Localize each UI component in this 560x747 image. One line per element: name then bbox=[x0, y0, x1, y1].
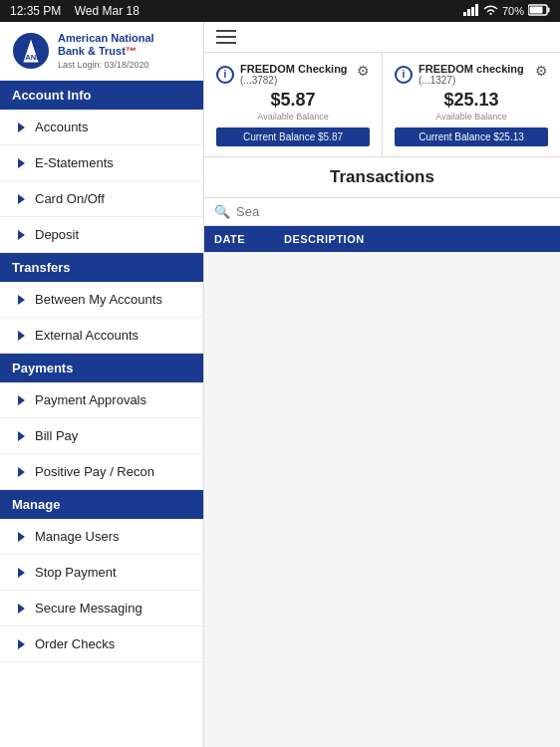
nav-item-3-3[interactable]: Order Checks bbox=[0, 626, 203, 662]
balance-label-1: Available Balance bbox=[216, 112, 370, 122]
nav-arrow-icon bbox=[18, 123, 25, 132]
nav-item-label: Positive Pay / Recon bbox=[35, 464, 154, 479]
nav-section-header-1: Transfers bbox=[0, 253, 203, 282]
sidebar-logo: ANB American National Bank & Trust™ Last… bbox=[0, 22, 203, 81]
nav-arrow-icon bbox=[18, 230, 25, 240]
nav-arrow-icon bbox=[18, 431, 25, 441]
nav-item-0-1[interactable]: E-Statements bbox=[0, 145, 203, 181]
nav-item-label: Accounts bbox=[35, 120, 88, 134]
nav-item-label: Payment Approvals bbox=[35, 392, 146, 407]
main-content: i FREEDOM Checking (...3782) ⚙ $5.87 Ava… bbox=[204, 22, 560, 747]
nav-sections: Account InfoAccountsE-StatementsCard On/… bbox=[0, 81, 203, 662]
nav-arrow-icon bbox=[18, 395, 25, 405]
account-number-1: (...3782) bbox=[240, 75, 348, 86]
wifi-icon bbox=[483, 4, 498, 18]
account-number-2: (...1327) bbox=[419, 75, 524, 86]
nav-item-label: Bill Pay bbox=[35, 428, 78, 443]
nav-item-label: Card On/Off bbox=[35, 191, 105, 206]
svg-text:ANB: ANB bbox=[25, 53, 42, 62]
status-time-date: 12:35 PM Wed Mar 18 bbox=[10, 4, 140, 18]
bank-name: American National Bank & Trust™ bbox=[58, 32, 154, 58]
nav-arrow-icon bbox=[18, 532, 25, 542]
account-name-2: FREEDOM checking bbox=[419, 63, 524, 75]
gear-icon-1[interactable]: ⚙ bbox=[357, 63, 370, 79]
nav-item-3-2[interactable]: Secure Messaging bbox=[0, 591, 203, 626]
svg-rect-3 bbox=[475, 4, 478, 16]
last-login: Last Login: 03/18/2020 bbox=[58, 60, 154, 70]
transactions-title: Transactions bbox=[204, 157, 560, 198]
signal-icon bbox=[463, 4, 479, 18]
account-name-1: FREEDOM Checking bbox=[240, 63, 348, 75]
current-balance-2: Current Balance $25.13 bbox=[395, 127, 548, 146]
nav-section-header-0: Account Info bbox=[0, 81, 203, 110]
nav-item-label: E-Statements bbox=[35, 155, 114, 170]
nav-item-label: Between My Accounts bbox=[35, 292, 162, 307]
nav-item-label: Order Checks bbox=[35, 636, 115, 651]
nav-item-1-0[interactable]: Between My Accounts bbox=[0, 282, 203, 318]
nav-arrow-icon bbox=[18, 467, 25, 477]
nav-item-2-0[interactable]: Payment Approvals bbox=[0, 382, 203, 418]
nav-item-0-0[interactable]: Accounts bbox=[0, 110, 203, 145]
nav-arrow-icon bbox=[18, 604, 25, 614]
nav-section-header-3: Manage bbox=[0, 490, 203, 519]
nav-arrow-icon bbox=[18, 295, 25, 305]
col-date-header: DATE bbox=[214, 233, 284, 245]
nav-item-label: Manage Users bbox=[35, 529, 120, 544]
current-balance-1: Current Balance $5.87 bbox=[216, 127, 370, 146]
account-balance-2: $25.13 bbox=[395, 90, 548, 111]
bank-logo-icon: ANB bbox=[12, 32, 50, 70]
svg-rect-1 bbox=[467, 9, 470, 16]
info-icon-2[interactable]: i bbox=[395, 66, 413, 84]
account-cards: i FREEDOM Checking (...3782) ⚙ $5.87 Ava… bbox=[204, 53, 560, 157]
account-card-1: i FREEDOM Checking (...3782) ⚙ $5.87 Ava… bbox=[204, 53, 383, 156]
svg-rect-5 bbox=[548, 8, 550, 13]
account-balance-1: $5.87 bbox=[216, 90, 370, 111]
svg-rect-6 bbox=[530, 7, 543, 14]
nav-item-label: Secure Messaging bbox=[35, 601, 142, 616]
nav-item-label: External Accounts bbox=[35, 328, 139, 343]
nav-item-0-2[interactable]: Card On/Off bbox=[0, 181, 203, 217]
search-input[interactable] bbox=[236, 204, 550, 219]
battery-percent: 70% bbox=[502, 5, 524, 17]
balance-label-2: Available Balance bbox=[395, 112, 548, 122]
col-desc-header: DESCRIPTION bbox=[284, 233, 550, 245]
nav-item-label: Stop Payment bbox=[35, 565, 117, 580]
search-icon: 🔍 bbox=[214, 204, 230, 219]
nav-item-label: Deposit bbox=[35, 227, 79, 242]
nav-arrow-icon bbox=[18, 639, 25, 649]
top-bar bbox=[204, 22, 560, 53]
hamburger-menu[interactable] bbox=[216, 30, 236, 44]
svg-rect-0 bbox=[463, 12, 466, 16]
account-card-2: i FREEDOM checking (...1327) ⚙ $25.13 Av… bbox=[383, 53, 560, 156]
status-bar: 12:35 PM Wed Mar 18 70% bbox=[0, 0, 560, 22]
battery-icon bbox=[528, 4, 550, 18]
svg-rect-2 bbox=[471, 7, 474, 16]
nav-item-0-3[interactable]: Deposit bbox=[0, 217, 203, 253]
nav-item-2-2[interactable]: Positive Pay / Recon bbox=[0, 454, 203, 490]
info-icon-1[interactable]: i bbox=[216, 66, 234, 84]
status-icons: 70% bbox=[463, 4, 550, 18]
nav-item-3-0[interactable]: Manage Users bbox=[0, 519, 203, 555]
gear-icon-2[interactable]: ⚙ bbox=[535, 63, 548, 79]
app-container: ANB American National Bank & Trust™ Last… bbox=[0, 22, 560, 747]
nav-item-1-1[interactable]: External Accounts bbox=[0, 318, 203, 354]
search-bar[interactable]: 🔍 bbox=[204, 198, 560, 226]
transactions-body bbox=[204, 252, 560, 747]
nav-item-3-1[interactable]: Stop Payment bbox=[0, 555, 203, 591]
table-header: DATE DESCRIPTION bbox=[204, 226, 560, 252]
nav-section-header-2: Payments bbox=[0, 354, 203, 382]
nav-arrow-icon bbox=[18, 158, 25, 168]
sidebar: ANB American National Bank & Trust™ Last… bbox=[0, 22, 204, 747]
nav-arrow-icon bbox=[18, 331, 25, 341]
nav-arrow-icon bbox=[18, 194, 25, 204]
nav-item-2-1[interactable]: Bill Pay bbox=[0, 418, 203, 454]
nav-arrow-icon bbox=[18, 568, 25, 578]
